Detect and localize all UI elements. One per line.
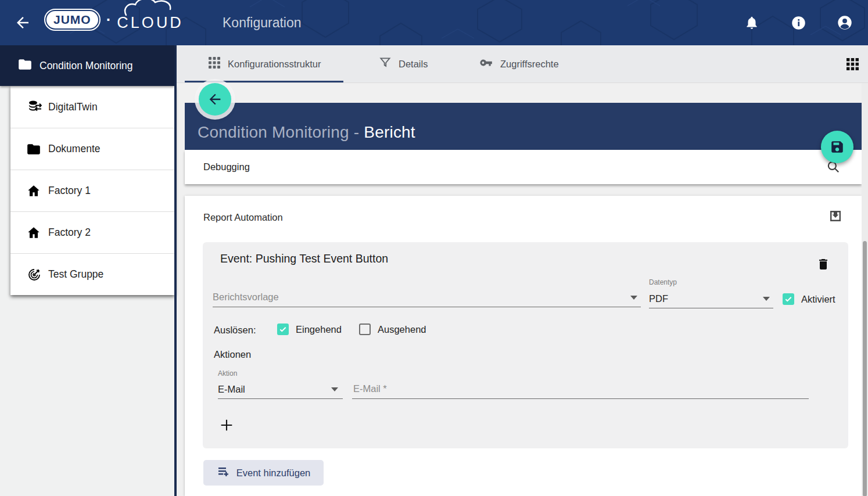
digital-twin-icon	[26, 98, 44, 116]
email-placeholder: E-Mail *	[353, 383, 387, 394]
ausgehend-checkbox-row[interactable]: Ausgehend	[359, 324, 426, 335]
ausgehend-label: Ausgehend	[378, 324, 426, 335]
sidebar-item-label: DigitalTwin	[48, 101, 98, 113]
berichtsvorlage-placeholder: Berichtsvorlage	[213, 292, 279, 303]
tab-zugriffsrechte[interactable]: Zugriffsrechte	[478, 45, 559, 82]
jumo-logo-pill: JUMO	[44, 9, 101, 31]
datentyp-value: PDF	[649, 293, 668, 304]
aktion-label: Aktion	[218, 369, 237, 378]
tab-label: Konfigurationsstruktur	[228, 59, 321, 70]
ausloesen-label: Auslösen:	[214, 325, 256, 336]
cloud-outline-icon	[123, 0, 186, 16]
sidebar-item-label: Factory 1	[48, 185, 91, 197]
page-title: Konfiguration	[223, 0, 302, 45]
cloud-logo-text: CLOUD	[117, 14, 184, 31]
sidebar-item-factory-1[interactable]: Factory 1	[10, 170, 174, 211]
home-icon	[26, 184, 44, 199]
sidebar-item-label: Dokumente	[48, 143, 101, 155]
jumo-logo-text: JUMO	[53, 13, 91, 26]
brand-separator: ·	[106, 12, 112, 27]
delete-event-icon[interactable]	[816, 257, 830, 274]
checkbox-checked-icon[interactable]	[277, 324, 289, 335]
jumo-cloud-logo: JUMO · CLOUD	[44, 8, 184, 31]
debugging-row[interactable]: Debugging	[185, 150, 862, 184]
sidebar-header-label: Condition Monitoring	[40, 60, 133, 72]
tab-label: Details	[399, 59, 428, 70]
top-app-bar: JUMO · CLOUD Konfiguration	[0, 0, 868, 45]
funnel-icon	[379, 56, 392, 71]
target-icon	[26, 267, 44, 283]
grid-dots-icon	[208, 56, 221, 71]
aktiviert-label: Aktiviert	[801, 294, 835, 305]
folder-icon	[17, 57, 33, 74]
entity-banner: Condition Monitoring - Bericht	[185, 103, 862, 150]
save-fab-button[interactable]	[821, 131, 853, 163]
aktionen-label: Aktionen	[214, 349, 251, 360]
back-icon[interactable]	[14, 14, 31, 31]
grid-view-icon[interactable]	[844, 56, 860, 72]
sidebar-item-label: Factory 2	[48, 227, 91, 239]
chevron-down-icon[interactable]	[630, 296, 637, 300]
download-icon[interactable]	[828, 209, 842, 225]
sidebar-item-factory-2[interactable]: Factory 2	[10, 211, 174, 253]
add-event-button[interactable]: Event hinzufügen	[203, 460, 324, 486]
add-action-plus-icon[interactable]	[218, 417, 235, 433]
cloud-logo: CLOUD	[117, 8, 184, 31]
chevron-down-icon[interactable]	[763, 297, 770, 301]
key-icon	[478, 55, 493, 73]
sidebar-item-test-gruppe[interactable]: Test Gruppe	[10, 253, 174, 295]
back-fab-button[interactable]	[199, 83, 231, 116]
banner-title-highlight: Bericht	[364, 123, 415, 141]
email-field[interactable]: E-Mail *	[352, 379, 809, 399]
event-card-title: Event: Pushing Test Event Button	[220, 252, 388, 265]
report-automation-card: Report Automation Event: Pushing Test Ev…	[185, 196, 862, 496]
sidebar-item-label: Test Gruppe	[48, 268, 103, 281]
event-card: Event: Pushing Test Event Button Bericht…	[203, 242, 848, 448]
checkbox-checked-icon[interactable]	[783, 293, 794, 305]
section-title: Report Automation	[203, 212, 283, 223]
checkbox-unchecked-icon[interactable]	[359, 324, 371, 335]
aktion-value: E-Mail	[218, 384, 245, 395]
aktiviert-checkbox-row[interactable]: Aktiviert	[783, 293, 835, 305]
sidebar-item-condition-monitoring[interactable]: Condition Monitoring	[0, 45, 174, 86]
chevron-down-icon[interactable]	[331, 387, 338, 391]
add-event-button-label: Event hinzufügen	[236, 468, 311, 479]
account-icon[interactable]	[822, 15, 868, 31]
tab-details[interactable]: Details	[379, 45, 428, 82]
sidebar-item-digitaltwin[interactable]: DigitalTwin	[10, 86, 174, 128]
tab-konfigurationsstruktur[interactable]: Konfigurationsstruktur	[208, 45, 321, 82]
tab-label: Zugriffsrechte	[500, 59, 559, 70]
berichtsvorlage-select[interactable]: Berichtsvorlage	[213, 286, 641, 307]
info-icon[interactable]	[775, 15, 822, 31]
playlist-add-icon	[217, 465, 231, 481]
banner-title: Condition Monitoring - Bericht	[198, 123, 415, 142]
folder-icon	[26, 142, 44, 157]
notifications-bell-icon[interactable]	[729, 15, 775, 30]
sidebar-item-dokumente[interactable]: Dokumente	[10, 128, 174, 170]
active-tab-indicator	[185, 81, 343, 82]
sidebar-tree-panel: DigitalTwin Dokumente Factory 1 Factory …	[10, 86, 174, 295]
home-icon	[26, 225, 44, 240]
debugging-label: Debugging	[203, 161, 250, 172]
scrollbar-track[interactable]	[862, 83, 868, 496]
eingehend-label: Eingehend	[296, 324, 342, 335]
sidebar-divider	[174, 45, 177, 496]
datentyp-label: Datentyp	[649, 278, 677, 286]
tab-bar: Konfigurationsstruktur Details Zugriffsr…	[177, 45, 868, 83]
jumo-cloud-app: JUMO · CLOUD Konfiguration	[0, 0, 868, 496]
eingehend-checkbox-row[interactable]: Eingehend	[277, 324, 342, 335]
scrollbar-thumb[interactable]	[863, 241, 867, 496]
